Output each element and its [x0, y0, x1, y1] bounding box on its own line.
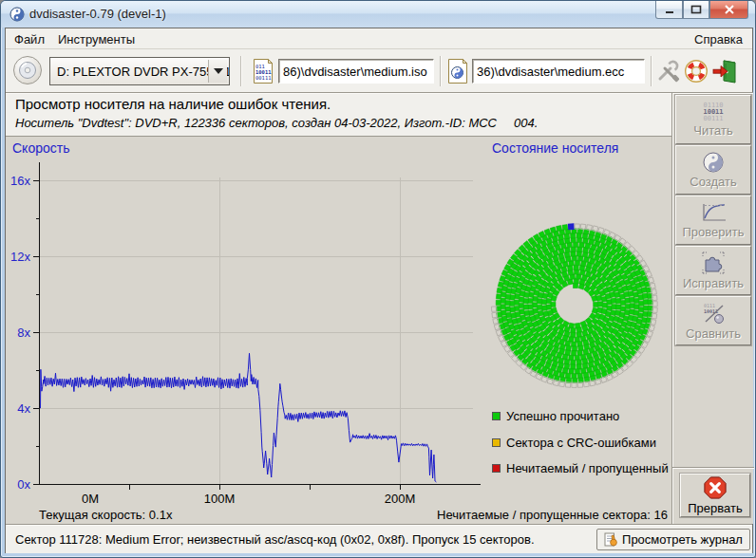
- verify-button[interactable]: Проверить: [675, 195, 751, 245]
- sidebar-separator: [672, 467, 754, 469]
- fix-button[interactable]: Исправить: [675, 246, 751, 295]
- verify-curve-icon: [699, 201, 728, 224]
- x-tick-0M: 0M: [82, 492, 99, 506]
- maximize-button[interactable]: [683, 1, 709, 19]
- y-tick-12x: 12x: [10, 250, 30, 264]
- menu-bar: Файл Инструменты Справка: [6, 28, 752, 49]
- menu-tools[interactable]: Инструменты: [58, 32, 135, 46]
- sidebar: 01110 10011 00111 Читать Создать Провери…: [671, 92, 753, 524]
- view-log-button[interactable]: Просмотреть журнал: [596, 529, 750, 550]
- help-button[interactable]: [683, 57, 709, 85]
- create-yinyang-icon: [702, 151, 725, 174]
- action-title: Просмотр носителя на наличие ошибок чтен…: [15, 96, 331, 112]
- legend-ok-swatch: [492, 412, 501, 420]
- status-heading: Просмотр носителя на наличие ошибок чтен…: [6, 92, 671, 137]
- legend-crc-swatch: [492, 438, 501, 447]
- legend-crc-label: Сектора с CRC-ошибками: [506, 436, 656, 450]
- fix-puzzle-icon: [701, 251, 726, 275]
- y-tick-0x: 0x: [17, 477, 30, 492]
- legend-ok-label: Успешно прочитано: [506, 409, 619, 423]
- toolbar-separator: [651, 56, 652, 86]
- svg-text:00111: 00111: [255, 75, 272, 81]
- quit-button[interactable]: [712, 57, 739, 85]
- ecc-path-input[interactable]: [472, 59, 645, 84]
- iso-file-button[interactable]: 011 10011 00111: [250, 57, 276, 85]
- preferences-button: [655, 58, 680, 84]
- exit-door-icon: [712, 58, 739, 84]
- abort-button[interactable]: Прервать: [680, 474, 750, 517]
- toolbar-separator: [240, 56, 241, 86]
- legend-unreadable-swatch: [492, 464, 501, 473]
- drive-selector[interactable]: D: PLEXTOR DVDR PX-755A 1.: [49, 57, 230, 85]
- view-log-label: Просмотреть журнал: [622, 532, 743, 547]
- abort-stop-icon: [703, 475, 728, 500]
- x-tick-100M: 100M: [204, 492, 236, 506]
- y-tick-4x: 4x: [17, 401, 30, 416]
- drive-eject-button[interactable]: [13, 56, 42, 84]
- minimize-icon: [664, 6, 675, 14]
- binary-read-icon: 01110 10011 00111: [703, 102, 723, 122]
- ecc-file-icon: [446, 58, 469, 84]
- menu-help[interactable]: Справка: [694, 32, 743, 46]
- drive-selector-value: D: PLEXTOR DVDR PX-755A 1.: [57, 65, 230, 79]
- compare-button[interactable]: 0111 10011 Сравнить: [675, 296, 751, 345]
- status-bar: Сектор 111728: Medium Error; неизвестный…: [6, 524, 752, 553]
- close-button[interactable]: [709, 1, 748, 19]
- menu-file[interactable]: Файл: [14, 32, 45, 46]
- drive-selector-arrow[interactable]: [208, 60, 227, 83]
- lifebuoy-icon: [684, 59, 709, 84]
- create-button[interactable]: Создать: [675, 145, 751, 195]
- legend-item-unreadable: Нечитаемый / пропущенный: [492, 461, 669, 475]
- minimize-button[interactable]: [655, 1, 683, 19]
- y-tick-8x: 8x: [17, 326, 30, 340]
- unreadable-sectors-count: Нечитаемые / пропущенные сектора: 16: [400, 508, 668, 522]
- close-icon: [724, 5, 735, 14]
- speed-curve: [41, 353, 437, 482]
- log-document-icon: [604, 532, 618, 547]
- image-file-icon: 011 10011 00111: [252, 58, 274, 84]
- ecc-file-button[interactable]: [444, 57, 471, 85]
- x-tick-200M: 200M: [385, 492, 416, 506]
- cd-icon: [18, 61, 37, 80]
- read-button[interactable]: 01110 10011 00111 Читать: [675, 95, 751, 144]
- app-window: dvdisaster-0.79 (devel-1) Файл Инструмен…: [0, 0, 756, 558]
- window-title: dvdisaster-0.79 (devel-1): [29, 7, 166, 21]
- y-tick-16x: 16x: [10, 174, 30, 188]
- title-bar[interactable]: dvdisaster-0.79 (devel-1): [1, 1, 756, 28]
- iso-path-input[interactable]: [278, 59, 434, 84]
- maximize-icon: [690, 5, 702, 14]
- media-state-disc: [483, 138, 673, 415]
- medium-info: Носитель "Dvdtest": DVD+R, 122336 сектор…: [15, 116, 538, 130]
- app-yinyang-icon: [9, 7, 25, 22]
- legend-item-ok: Успешно прочитано: [492, 409, 619, 423]
- current-speed: Текущая скорость: 0.1x: [39, 508, 172, 522]
- compare-icon: 0111 10011: [700, 301, 727, 326]
- tools-icon: [655, 59, 680, 84]
- chevron-down-icon: [214, 68, 223, 74]
- legend-item-crc: Сектора с CRC-ошибками: [492, 436, 656, 450]
- status-message: Сектор 111728: Medium Error; неизвестный…: [15, 532, 535, 547]
- toolbar-separator: [440, 56, 441, 86]
- legend-unreadable-label: Нечитаемый / пропущенный: [506, 461, 669, 475]
